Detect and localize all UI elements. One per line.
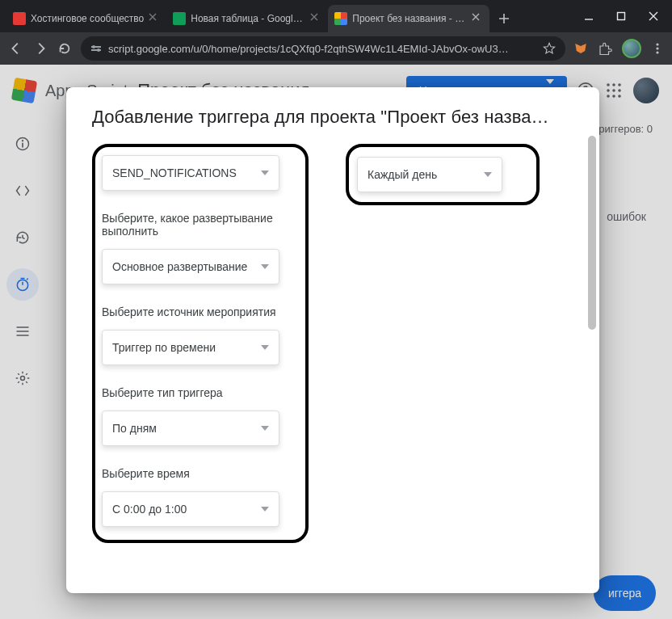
label-type: Выберите тип триггера: [102, 386, 296, 399]
back-icon[interactable]: [8, 40, 24, 57]
svg-point-4: [97, 48, 100, 52]
chevron-down-icon: [261, 171, 269, 175]
extensions-icon[interactable]: [598, 41, 612, 56]
scrollbar-thumb[interactable]: [588, 136, 596, 330]
chevron-down-icon: [484, 172, 492, 177]
svg-rect-0: [618, 13, 625, 20]
reload-icon[interactable]: [57, 40, 73, 57]
star-icon[interactable]: [543, 42, 556, 55]
annotation-box-right: Каждый день: [346, 144, 540, 205]
forward-icon[interactable]: [32, 40, 48, 57]
svg-point-6: [656, 47, 658, 49]
address-bar[interactable]: script.google.com/u/0/home/projects/1cQX…: [81, 36, 565, 61]
favicon-icon: [13, 12, 26, 25]
failure-notify-select[interactable]: Каждый день: [357, 157, 502, 192]
chevron-down-icon: [261, 264, 269, 269]
svg-point-3: [92, 45, 95, 48]
chevron-down-icon: [261, 426, 269, 431]
modal-title: Добавление триггера для проекта "Проект …: [92, 107, 573, 128]
source-select-value: Триггер по времени: [112, 341, 261, 354]
page-body: Apps Script Проект без названия Начать р…: [0, 65, 672, 619]
extension-icons: [573, 39, 664, 58]
annotation-box-left: SEND_NOTIFICATIONS Выберите, какое разве…: [92, 144, 309, 543]
minimize-icon[interactable]: [583, 11, 594, 22]
time-select-value: С 0:00 до 1:00: [112, 503, 261, 516]
browser-tab-active[interactable]: Проект без названия - Три: [328, 5, 489, 32]
metamask-icon[interactable]: [573, 41, 588, 56]
add-trigger-modal: Добавление триггера для проекта "Проект …: [66, 87, 599, 593]
close-icon[interactable]: [310, 13, 321, 24]
label-source: Выберите источник мероприятия: [102, 305, 296, 318]
window-close-icon[interactable]: [648, 11, 659, 22]
chevron-down-icon: [261, 507, 269, 512]
url-text: script.google.com/u/0/home/projects/1cQX…: [108, 43, 536, 55]
browser-tab[interactable]: Новая таблица - Google Та: [166, 5, 328, 32]
deployment-select-value: Основное развертывание: [112, 260, 261, 273]
tab-title: Новая таблица - Google Та: [191, 13, 305, 24]
window-controls: [583, 11, 666, 22]
svg-point-7: [656, 51, 658, 53]
svg-point-5: [656, 43, 658, 45]
label-deployment: Выберите, какое развертывание выполнить: [102, 212, 296, 238]
modal-scrollbar[interactable]: [586, 136, 596, 585]
time-select[interactable]: С 0:00 до 1:00: [102, 491, 279, 527]
trigger-type-select[interactable]: По дням: [102, 411, 279, 446]
deployment-select[interactable]: Основное развертывание: [102, 249, 279, 284]
maximize-icon[interactable]: [615, 11, 627, 22]
window-titlebar: Хостинговое сообщество Новая таблица - G…: [0, 0, 672, 32]
close-icon[interactable]: [472, 13, 483, 24]
function-select[interactable]: SEND_NOTIFICATIONS: [102, 155, 279, 191]
label-time: Выберите время: [102, 467, 296, 480]
site-settings-icon[interactable]: [90, 43, 102, 54]
browser-toolbar: script.google.com/u/0/home/projects/1cQX…: [0, 32, 672, 65]
browser-tab[interactable]: Хостинговое сообщество: [6, 5, 166, 32]
chevron-down-icon: [261, 345, 269, 350]
browser-tabs: Хостинговое сообщество Новая таблица - G…: [6, 5, 583, 32]
new-tab-button[interactable]: [493, 7, 515, 30]
favicon-icon: [334, 12, 347, 25]
kebab-icon[interactable]: [651, 42, 664, 55]
failure-notify-select-value: Каждый день: [368, 168, 484, 181]
tab-title: Хостинговое сообщество: [31, 13, 144, 24]
trigger-type-select-value: По дням: [112, 422, 261, 435]
favicon-icon: [173, 12, 186, 25]
source-select[interactable]: Триггер по времени: [102, 330, 279, 365]
close-icon[interactable]: [149, 13, 160, 24]
profile-avatar-icon[interactable]: [622, 39, 641, 58]
tab-title: Проект без названия - Три: [352, 13, 467, 24]
function-select-value: SEND_NOTIFICATIONS: [112, 166, 261, 179]
